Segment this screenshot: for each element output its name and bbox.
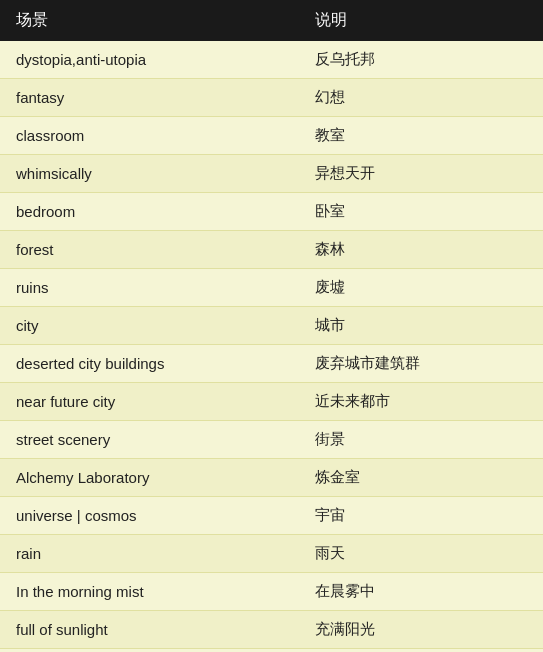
cell-description: 炼金室	[299, 459, 543, 497]
cell-scene: city	[0, 307, 299, 345]
cell-scene: forest	[0, 231, 299, 269]
cell-scene: In the morning mist	[0, 573, 299, 611]
table-row: full of sunlight充满阳光	[0, 611, 543, 649]
table-row: deserted city buildings废弃城市建筑群	[0, 345, 543, 383]
cell-description: 反乌托邦	[299, 41, 543, 79]
cell-scene: street scenery	[0, 421, 299, 459]
cell-description: 充满阳光	[299, 611, 543, 649]
table-row: Alchemy Laboratory炼金室	[0, 459, 543, 497]
table-row: fantasy幻想	[0, 79, 543, 117]
table-row: bedroom卧室	[0, 193, 543, 231]
table-row: street scenery街景	[0, 421, 543, 459]
cell-description: 异想天开	[299, 155, 543, 193]
cell-scene: fantasy	[0, 79, 299, 117]
cell-scene: deserted city buildings	[0, 345, 299, 383]
cell-description: 街景	[299, 421, 543, 459]
cell-description: 森林	[299, 231, 543, 269]
cell-description: 教室	[299, 117, 543, 155]
cell-scene: full of sunlight	[0, 611, 299, 649]
cell-description: 雨天	[299, 535, 543, 573]
table-row: galaxy银河	[0, 649, 543, 653]
cell-scene: ruins	[0, 269, 299, 307]
scene-table-container: 场景 说明 dystopia,anti-utopia反乌托邦fantasy幻想c…	[0, 0, 543, 652]
header-description: 说明	[299, 0, 543, 41]
table-row: dystopia,anti-utopia反乌托邦	[0, 41, 543, 79]
scene-table: 场景 说明 dystopia,anti-utopia反乌托邦fantasy幻想c…	[0, 0, 543, 652]
cell-description: 废墟	[299, 269, 543, 307]
cell-description: 卧室	[299, 193, 543, 231]
cell-description: 在晨雾中	[299, 573, 543, 611]
cell-scene: dystopia,anti-utopia	[0, 41, 299, 79]
cell-scene: galaxy	[0, 649, 299, 653]
table-row: city城市	[0, 307, 543, 345]
table-header-row: 场景 说明	[0, 0, 543, 41]
table-row: rain雨天	[0, 535, 543, 573]
table-row: forest森林	[0, 231, 543, 269]
cell-scene: classroom	[0, 117, 299, 155]
cell-scene: Alchemy Laboratory	[0, 459, 299, 497]
cell-scene: bedroom	[0, 193, 299, 231]
cell-scene: near future city	[0, 383, 299, 421]
table-row: whimsically异想天开	[0, 155, 543, 193]
cell-scene: whimsically	[0, 155, 299, 193]
cell-description: 近未来都市	[299, 383, 543, 421]
table-row: In the morning mist在晨雾中	[0, 573, 543, 611]
table-row: near future city近未来都市	[0, 383, 543, 421]
cell-scene: rain	[0, 535, 299, 573]
table-row: classroom教室	[0, 117, 543, 155]
cell-scene: universe | cosmos	[0, 497, 299, 535]
cell-description: 幻想	[299, 79, 543, 117]
table-row: ruins废墟	[0, 269, 543, 307]
cell-description: 城市	[299, 307, 543, 345]
table-row: universe | cosmos宇宙	[0, 497, 543, 535]
cell-description: 银河	[299, 649, 543, 653]
cell-description: 宇宙	[299, 497, 543, 535]
cell-description: 废弃城市建筑群	[299, 345, 543, 383]
header-scene: 场景	[0, 0, 299, 41]
